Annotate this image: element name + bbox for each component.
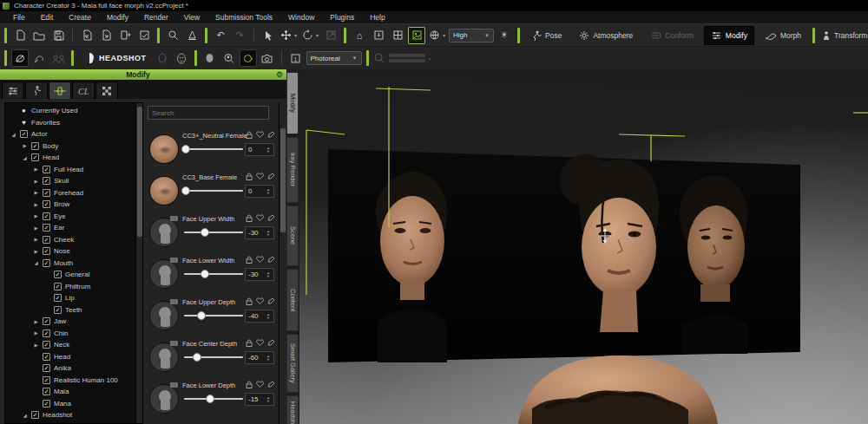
tree-item-nose[interactable]: ▶✓Nose (5, 245, 135, 258)
export-button[interactable] (97, 27, 115, 44)
collapse-icon[interactable]: ◢ (22, 413, 28, 418)
tree-item-partial[interactable]: ✓ (5, 421, 135, 424)
single-view-button[interactable]: 1 (287, 49, 305, 67)
spinner-arrows[interactable]: ▲▼ (266, 271, 270, 277)
expand-icon[interactable]: ▶ (33, 249, 39, 254)
checkbox[interactable]: ✓ (43, 166, 50, 173)
checkbox[interactable]: ✓ (43, 189, 50, 197)
checkbox[interactable]: ✓ (43, 364, 50, 372)
side-tab-content[interactable]: Content (286, 269, 299, 331)
heart-icon[interactable] (256, 297, 264, 305)
expand-icon[interactable]: ▶ (33, 179, 39, 184)
checkbox[interactable]: ✓ (31, 153, 39, 161)
spinner-arrows[interactable]: ▲▼ (266, 188, 270, 194)
checkbox[interactable]: ✓ (54, 294, 62, 302)
conform-mode-button[interactable]: Conform (643, 26, 700, 45)
slider-thumb[interactable] (201, 270, 209, 278)
lighting-button[interactable]: ☀ (496, 27, 513, 44)
slider-value-input[interactable] (246, 229, 266, 237)
lock-icon[interactable] (246, 381, 253, 388)
slider-thumb[interactable] (206, 395, 214, 403)
import-button[interactable] (78, 27, 95, 44)
heart-icon[interactable] (256, 381, 264, 388)
checkbox[interactable]: ✓ (43, 400, 50, 408)
tree-item-chin[interactable]: ▶✓Chin (5, 328, 135, 340)
preview-mode-button[interactable] (408, 27, 425, 44)
gear-icon[interactable]: ⚙ (276, 71, 283, 79)
tree-item-head[interactable]: ✓Head (5, 351, 135, 363)
spinner-arrows[interactable]: ▲▼ (266, 147, 270, 153)
edit-mesh-button[interactable] (11, 49, 29, 67)
menu-item-view[interactable]: View (176, 13, 207, 22)
tree-item-body[interactable]: ▶✓Body (5, 140, 135, 153)
tree-item-neck[interactable]: ▶✓Neck (5, 339, 135, 351)
pencil-icon[interactable] (267, 131, 274, 139)
checkbox[interactable]: ✓ (43, 259, 50, 267)
checkbox[interactable]: ✓ (31, 411, 39, 419)
lock-icon[interactable] (246, 214, 253, 222)
camera-settings-button[interactable] (259, 49, 276, 67)
spinner-arrows[interactable]: ▲▼ (266, 355, 270, 361)
head-diagram-thumbnail[interactable] (149, 259, 179, 289)
tree-item-general[interactable]: ✓General (5, 269, 135, 281)
slider-thumb[interactable] (193, 353, 201, 362)
tree-scrollbar-thumb[interactable] (137, 107, 142, 237)
tree-item-jaw[interactable]: ▶✓Jaw (5, 316, 135, 328)
render-mode-dropdown[interactable]: Photoreal ▼ (306, 51, 362, 65)
tree-item-anika[interactable]: ✓Anika (5, 362, 135, 375)
side-tab-headshot[interactable]: Headshot (286, 395, 299, 424)
heart-icon[interactable] (256, 173, 264, 180)
character-group-button[interactable] (49, 49, 67, 67)
spinner-arrows[interactable]: ▲▼ (266, 313, 270, 319)
slider-track[interactable] (184, 148, 243, 150)
expand-icon[interactable]: ▶ (33, 213, 39, 219)
heart-icon[interactable] (256, 214, 264, 222)
menu-item-modify[interactable]: Modify (99, 13, 136, 22)
checkbox[interactable]: ✓ (43, 212, 50, 220)
checkbox[interactable]: ✓ (43, 224, 50, 232)
menu-item-edit[interactable]: Edit (33, 13, 62, 22)
checkbox[interactable]: ✓ (43, 388, 50, 395)
viewport-3d[interactable] (299, 69, 868, 424)
menu-item-plugins[interactable]: Plugins (322, 13, 362, 22)
lock-icon[interactable] (246, 256, 253, 264)
tree-item-favorites[interactable]: ♥Favorites (5, 117, 135, 129)
checkbox[interactable]: ✓ (54, 306, 62, 314)
menu-item-render[interactable]: Render (136, 13, 176, 22)
pencil-icon[interactable] (267, 381, 274, 388)
tree-item-philtrum[interactable]: ✓Philtrum (5, 281, 135, 293)
tree-item-actor[interactable]: ◢✓Actor (5, 128, 135, 140)
checkbox[interactable]: ✓ (54, 283, 62, 290)
tree-item-head[interactable]: ◢✓Head (5, 152, 135, 164)
content-pack-button[interactable] (135, 27, 153, 44)
checkbox[interactable]: ✓ (43, 177, 50, 185)
side-tab-smart-gallery[interactable]: Smart Gallery (286, 334, 299, 393)
face-mask-button[interactable] (173, 49, 190, 67)
expand-icon[interactable]: ▶ (33, 342, 39, 348)
slider-value-input[interactable] (246, 187, 266, 195)
tree-item-realistic-human-100[interactable]: ✓Realistic Human 100 (5, 375, 135, 387)
head-diagram-thumbnail[interactable] (149, 342, 179, 372)
menu-item-submission-tools[interactable]: Submission Tools (207, 13, 280, 22)
collapse-icon[interactable]: ◢ (10, 132, 16, 137)
expand-icon[interactable]: ▶ (22, 143, 28, 148)
edit-pose-button[interactable] (30, 49, 48, 67)
tree-item-headshot[interactable]: ◢✓Headshot (5, 409, 135, 421)
orbit-camera-button[interactable] (240, 49, 257, 67)
collapse-icon[interactable]: ◢ (33, 260, 39, 265)
expand-icon[interactable]: ▶ (33, 330, 39, 336)
tree-item-mana[interactable]: ✓Mana (5, 398, 135, 410)
head-mesh-button[interactable] (154, 49, 171, 67)
undo-button[interactable]: ↶ (212, 27, 229, 44)
slider-track[interactable] (184, 273, 243, 275)
checkbox[interactable]: ✓ (43, 236, 50, 244)
slider-track[interactable] (184, 356, 243, 358)
expand-icon[interactable]: ▶ (33, 225, 39, 231)
slider-thumb[interactable] (181, 145, 190, 153)
checkbox[interactable]: ✓ (31, 142, 39, 150)
checkbox[interactable]: ✓ (43, 200, 50, 208)
checkbox[interactable]: ✓ (43, 329, 50, 337)
select-tool-button[interactable] (260, 27, 277, 44)
pencil-icon[interactable] (267, 173, 274, 180)
tree-item-full-head[interactable]: ▶✓Full Head (5, 164, 135, 176)
